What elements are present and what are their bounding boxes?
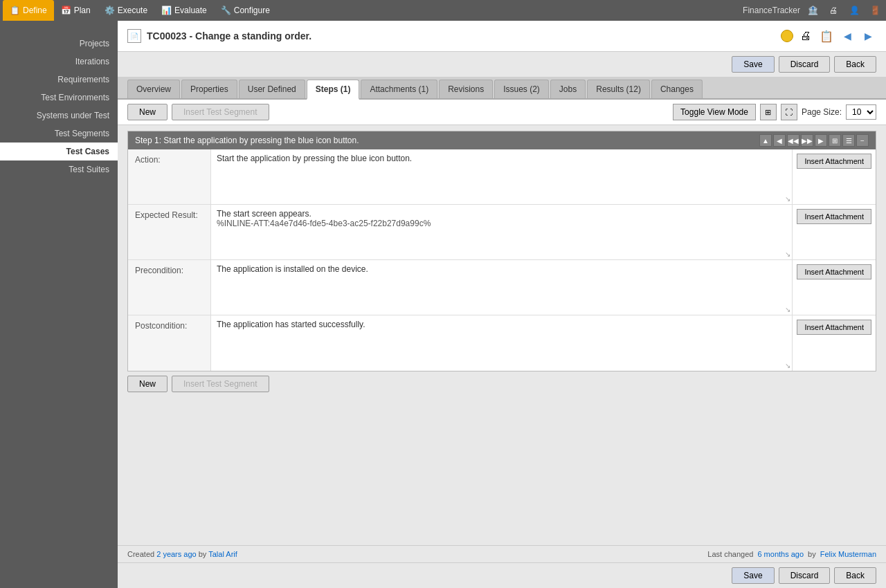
step-list-icon[interactable]: ☰ (842, 134, 855, 147)
sidebar-item-iterations[interactable]: Iterations (0, 53, 118, 71)
tab-changes[interactable]: Changes (651, 80, 703, 98)
insert-test-segment-top[interactable]: Insert Test Segment (172, 104, 269, 120)
sidebar-item-requirements[interactable]: Requirements (0, 71, 118, 89)
back-button-top[interactable]: Back (834, 56, 876, 73)
step-expand-icon[interactable]: ▲ (759, 134, 772, 147)
configure-icon: 🔧 (221, 6, 231, 15)
nav-execute[interactable]: ⚙️ Execute (98, 0, 154, 21)
changed-age-link[interactable]: 6 months ago (757, 550, 804, 558)
step-minus-icon[interactable]: − (856, 134, 869, 147)
status-dot (781, 30, 793, 42)
tab-issues[interactable]: Issues (2) (494, 80, 549, 98)
nav-plan-label: Plan (74, 6, 91, 15)
nav-evaluate[interactable]: 📊 Evaluate (154, 0, 214, 21)
title-left: 📄 TC00023 - Change a standing order. (127, 29, 311, 43)
sidebar: Projects Iterations Requirements Test En… (0, 21, 118, 588)
discard-button-top[interactable]: Discard (779, 56, 831, 73)
action-attachment-area: Insert Attachment (792, 149, 876, 204)
title-bar: 📄 TC00023 - Change a standing order. 🖨 📋… (118, 21, 886, 52)
sidebar-item-systems-under-test[interactable]: Systems under Test (0, 107, 118, 125)
tab-jobs[interactable]: Jobs (550, 80, 586, 98)
tab-properties[interactable]: Properties (181, 80, 237, 98)
nav-execute-label: Execute (118, 6, 147, 15)
tab-overview[interactable]: Overview (127, 80, 180, 98)
layout: Projects Iterations Requirements Test En… (0, 21, 886, 588)
insert-attachment-action[interactable]: Insert Attachment (797, 154, 871, 169)
back-arrow-icon[interactable]: ◀ (839, 28, 856, 44)
define-icon: 📋 (10, 6, 20, 15)
new-button-bottom[interactable]: New (127, 376, 168, 392)
discard-button-bottom[interactable]: Discard (779, 567, 831, 584)
print-button[interactable]: 🖨 (797, 28, 814, 44)
expand-icon[interactable]: ⛶ (781, 104, 797, 120)
changed-user-link[interactable]: Felix Musterman (820, 550, 876, 558)
grid-icon[interactable]: ⊞ (760, 104, 777, 120)
user-icon[interactable]: 👤 (846, 2, 862, 19)
top-action-bar: Save Discard Back (118, 52, 886, 77)
logout-icon[interactable]: 🚪 (867, 2, 883, 19)
step-header: Step 1: Start the application by pressin… (128, 131, 876, 149)
insert-test-segment-bottom[interactable]: Insert Test Segment (172, 376, 269, 392)
expected-result-line2: %INLINE-ATT:4a4e7d46-fde5-4be3-ac25-f22b… (217, 219, 786, 228)
step-expected-result-field: Expected Result: The start screen appear… (128, 205, 876, 260)
sidebar-item-projects[interactable]: Projects (0, 35, 118, 53)
app-title: FinanceTracker (743, 6, 800, 15)
back-button-bottom[interactable]: Back (834, 567, 876, 584)
precondition-content[interactable]: The application is installed on the devi… (211, 260, 792, 315)
expected-result-line1: The start screen appears. (217, 209, 786, 219)
precondition-label: Precondition: (128, 260, 211, 315)
step-action-field: Action: Start the application by pressin… (128, 149, 876, 205)
top-nav: 📋 Define 📅 Plan ⚙️ Execute 📊 Evaluate 🔧 … (0, 0, 886, 21)
tab-attachments[interactable]: Attachments (1) (361, 80, 437, 98)
step-prev2-icon[interactable]: ◀◀ (787, 134, 799, 147)
created-text: Created (127, 550, 154, 558)
toggle-view-mode-button[interactable]: Toggle View Mode (673, 104, 756, 120)
nav-plan[interactable]: 📅 Plan (54, 0, 98, 21)
created-by-text: by (199, 550, 207, 558)
insert-attachment-postcondition[interactable]: Insert Attachment (797, 320, 871, 335)
expected-result-content[interactable]: The start screen appears. %INLINE-ATT:4a… (211, 205, 792, 259)
new-button-top[interactable]: New (127, 104, 168, 120)
tabs-bar: Overview Properties User Defined Steps (… (118, 77, 886, 100)
insert-attachment-expected[interactable]: Insert Attachment (797, 209, 871, 224)
footer-right: Last changed 6 months ago by Felix Muste… (707, 550, 876, 558)
app-icon: 🏦 (804, 2, 821, 19)
page-size-select[interactable]: 10 25 50 (846, 104, 876, 120)
save-button-bottom[interactable]: Save (732, 567, 774, 584)
created-age-link[interactable]: 2 years ago (156, 550, 196, 558)
step-grid-icon[interactable]: ⊞ (829, 134, 841, 147)
step-next2-icon[interactable]: ▶▶ (801, 134, 813, 147)
forward-arrow-icon[interactable]: ▶ (860, 28, 876, 44)
created-user-link[interactable]: Talal Arif (208, 550, 237, 558)
action-content[interactable]: Start the application by pressing the bl… (211, 149, 792, 204)
save-button-top[interactable]: Save (732, 56, 774, 73)
steps-toolbar-right: Toggle View Mode ⊞ ⛶ Page Size: 10 25 50 (673, 104, 876, 120)
tab-steps[interactable]: Steps (1) (307, 80, 360, 100)
changed-text: Last changed (707, 550, 753, 558)
print-icon[interactable]: 🖨 (825, 2, 842, 19)
expected-result-attachment-area: Insert Attachment (792, 205, 876, 259)
sidebar-item-test-cases[interactable]: Test Cases (0, 143, 118, 160)
postcondition-label: Postcondition: (128, 315, 211, 371)
precondition-attachment-area: Insert Attachment (792, 260, 876, 315)
sidebar-item-test-environments[interactable]: Test Environments (0, 89, 118, 107)
postcondition-content[interactable]: The application has started successfully… (211, 315, 792, 371)
nav-configure[interactable]: 🔧 Configure (214, 0, 277, 21)
nav-define[interactable]: 📋 Define (3, 0, 54, 21)
main-content: 📄 TC00023 - Change a standing order. 🖨 📋… (118, 21, 886, 588)
tab-results[interactable]: Results (12) (587, 80, 650, 98)
precondition-text: The application is installed on the devi… (217, 264, 368, 274)
tab-user-defined[interactable]: User Defined (239, 80, 305, 98)
sidebar-item-test-segments[interactable]: Test Segments (0, 125, 118, 143)
footer: Created 2 years ago by Talal Arif Last c… (118, 545, 886, 562)
page-size-label: Page Size: (802, 107, 842, 117)
nav-define-label: Define (23, 6, 47, 15)
document-icon: 📄 (127, 29, 141, 43)
resize-handle-postcondition: ↘ (785, 362, 790, 369)
insert-attachment-precondition[interactable]: Insert Attachment (797, 264, 871, 279)
step-prev-icon[interactable]: ◀ (773, 134, 786, 147)
step-next-icon[interactable]: ▶ (815, 134, 827, 147)
copy-button[interactable]: 📋 (818, 28, 835, 44)
sidebar-item-test-suites[interactable]: Test Suites (0, 160, 118, 178)
tab-revisions[interactable]: Revisions (439, 80, 493, 98)
